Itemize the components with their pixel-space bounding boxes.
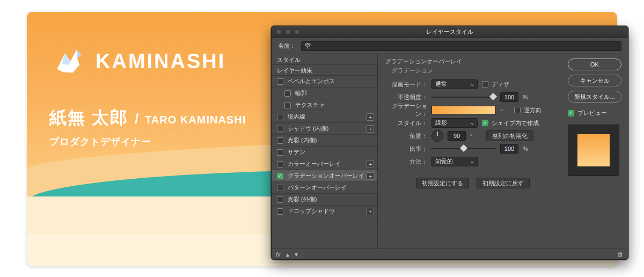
checkbox-icon[interactable] [277, 196, 283, 203]
effect-color-overlay[interactable]: カラーオーバーレイ + [272, 158, 377, 170]
effect-bevel[interactable]: ベベルとエンボス [272, 76, 377, 88]
angle-label: 角度： [385, 132, 427, 140]
effect-label: テクスチャ [295, 101, 325, 109]
name-japanese: 紙無 太郎 [49, 106, 128, 130]
gradient-swatch[interactable] [431, 106, 496, 114]
align-label: シェイプ内で作成 [492, 119, 539, 127]
goat-logo-icon [49, 42, 88, 81]
dialog-action-column: OK キャンセル 新規スタイル... プレビュー [568, 54, 628, 249]
ok-button[interactable]: OK [568, 59, 621, 70]
method-select[interactable]: 知覚的 [431, 157, 478, 166]
add-instance-icon[interactable]: + [367, 125, 374, 133]
effect-inner-glow[interactable]: 光彩 (内側) [272, 135, 377, 147]
checkbox-icon[interactable] [277, 126, 283, 132]
reverse-checkbox[interactable] [514, 107, 521, 113]
dither-checkbox[interactable] [482, 81, 488, 88]
opacity-label: 不透明度： [385, 93, 427, 101]
checkbox-icon[interactable] [277, 185, 283, 191]
job-title: プロダクトデザイナー [49, 135, 151, 148]
degree-unit: ° [470, 133, 472, 139]
effect-label: グラデーションオーバーレイ [288, 172, 364, 180]
dither-label: ディザ [492, 81, 509, 89]
checkbox-icon[interactable] [277, 161, 283, 167]
panel-subtitle: グラデーション [392, 67, 560, 75]
effect-label: 境界線 [288, 113, 305, 121]
effect-label: ベベルとエンボス [288, 77, 335, 85]
gradient-style-select[interactable]: 線形 [431, 118, 478, 128]
name-label: 名前： [278, 42, 296, 50]
layer-name-input[interactable] [301, 41, 621, 51]
blend-mode-select[interactable]: 通常 [431, 79, 478, 89]
checkbox-icon[interactable] [284, 102, 291, 108]
effect-inner-shadow[interactable]: シャドウ (内側) + [272, 123, 377, 135]
name-english: TARO KAMINASHI [145, 114, 246, 126]
checkbox-icon[interactable] [277, 137, 283, 144]
effect-drop-shadow[interactable]: ドロップシャドウ + [272, 206, 377, 217]
chevron-up-icon[interactable]: ▴ [286, 251, 289, 258]
brand-name: KAMINASHI [96, 50, 225, 73]
cancel-button[interactable]: キャンセル [568, 75, 621, 86]
effect-label: シャドウ (内側) [288, 125, 328, 133]
effect-label: 輪郭 [295, 89, 307, 97]
add-instance-icon[interactable]: + [367, 172, 374, 180]
svg-marker-2 [76, 49, 81, 58]
dialog-titlebar[interactable]: レイヤースタイル [272, 26, 628, 38]
effect-pattern-overlay[interactable]: パターンオーバーレイ [272, 182, 377, 194]
align-checkbox[interactable] [482, 120, 488, 126]
checkbox-icon[interactable] [277, 173, 283, 179]
effect-contour[interactable]: 輪郭 [272, 88, 377, 99]
new-style-button[interactable]: 新規スタイル... [568, 91, 621, 103]
percent-unit: % [523, 94, 528, 100]
effect-texture[interactable]: テクスチャ [272, 99, 377, 111]
reset-default-button[interactable]: 初期設定に戻す [477, 178, 530, 188]
checkbox-icon[interactable] [277, 78, 283, 85]
blend-mode-label: 描画モード： [385, 81, 427, 89]
effect-stroke[interactable]: 境界線 + [272, 111, 377, 123]
opacity-slider[interactable] [431, 93, 496, 101]
person-name: 紙無 太郎 / TARO KAMINASHI [49, 106, 246, 130]
method-label: 方法： [385, 158, 427, 166]
effect-label: ドロップシャドウ [288, 207, 335, 215]
gradient-label: グラデーション： [385, 102, 427, 118]
effect-label: カラーオーバーレイ [288, 160, 341, 168]
checkbox-icon[interactable] [277, 208, 283, 215]
scale-label: 比率： [385, 145, 427, 153]
effects-section-header[interactable]: レイヤー効果 [272, 65, 377, 76]
scale-slider[interactable] [431, 145, 496, 152]
checkbox-icon[interactable] [284, 90, 291, 97]
preview-label: プレビュー [577, 109, 607, 117]
panel-title: グラデーションオーバーレイ [385, 57, 560, 65]
angle-dial[interactable] [431, 130, 443, 142]
checkbox-icon[interactable] [277, 114, 283, 120]
dialog-footer: fx ▴ ▾ 🗑 [272, 249, 628, 259]
effect-label: 光彩 (外側) [288, 195, 317, 203]
trash-icon[interactable]: 🗑 [617, 251, 624, 258]
window-controls[interactable] [276, 29, 300, 35]
checkbox-icon[interactable] [277, 149, 283, 156]
reset-alignment-button[interactable]: 整列の初期化 [486, 130, 533, 141]
minimize-icon[interactable] [285, 29, 291, 35]
style-section-header[interactable]: スタイル [272, 54, 377, 65]
chevron-down-icon[interactable]: ▾ [295, 251, 298, 258]
effect-label: 光彩 (内側) [288, 136, 317, 144]
close-icon[interactable] [276, 29, 282, 35]
effect-label: パターンオーバーレイ [288, 184, 347, 192]
zoom-icon[interactable] [294, 29, 300, 35]
fx-menu-icon[interactable]: fx [276, 251, 281, 258]
preview-checkbox[interactable] [568, 110, 574, 116]
effect-outer-glow[interactable]: 光彩 (外側) [272, 194, 377, 206]
add-instance-icon[interactable]: + [367, 161, 374, 168]
reverse-label: 逆方向 [524, 106, 541, 114]
angle-input[interactable] [448, 131, 466, 141]
name-separator: / [135, 111, 138, 127]
effect-satin[interactable]: サテン [272, 147, 377, 158]
add-instance-icon[interactable]: + [367, 208, 374, 215]
scale-input[interactable] [500, 144, 518, 154]
opacity-input[interactable] [500, 92, 518, 102]
gradient-overlay-panel: グラデーションオーバーレイ グラデーション 描画モード： 通常 ディザ 不透明度… [378, 54, 568, 249]
name-field-row: 名前： [272, 38, 628, 54]
brand-logo: KAMINASHI [49, 42, 225, 81]
add-instance-icon[interactable]: + [367, 113, 374, 121]
make-default-button[interactable]: 初期設定にする [416, 178, 469, 188]
effect-gradient-overlay[interactable]: グラデーションオーバーレイ + [272, 170, 377, 182]
